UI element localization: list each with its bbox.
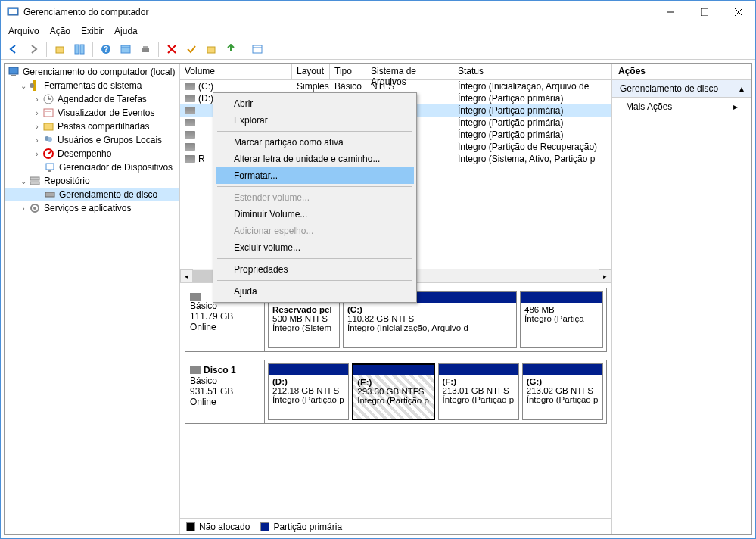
disk-1-info[interactable]: Disco 1 Básico 931.51 GB Online: [185, 360, 265, 423]
back-button[interactable]: [5, 41, 22, 58]
actions-more[interactable]: Mais Ações ▸: [612, 98, 751, 116]
partition-g[interactable]: (G:) 213.02 GB NTFS Íntegro (Partição p: [522, 363, 603, 420]
tree-disk-management[interactable]: Gerenciamento de disco: [5, 188, 179, 201]
col-layout[interactable]: Layout: [292, 64, 330, 79]
undo-icon[interactable]: [203, 41, 219, 58]
minimize-button[interactable]: [653, 1, 687, 23]
toolbar: ?: [1, 39, 755, 60]
menu-exibir[interactable]: Exibir: [81, 26, 104, 36]
partition-f[interactable]: (F:) 213.01 GB NTFS Íntegro (Partição p: [438, 363, 519, 420]
expander-icon[interactable]: ⌄: [18, 82, 29, 90]
ctx-explore[interactable]: Explorar: [216, 112, 414, 129]
tree-services[interactable]: › Serviços e aplicativos: [5, 201, 179, 215]
expander-icon[interactable]: ›: [32, 109, 42, 117]
disk-icon: [185, 143, 195, 151]
ctx-mirror[interactable]: Adicionar espelho...: [216, 223, 414, 239]
delete-icon[interactable]: [163, 41, 180, 58]
tree-shared-folders[interactable]: › Pastas compartilhadas: [5, 120, 179, 133]
part-status: Íntegro (Partiçã: [524, 314, 599, 323]
expander-icon[interactable]: ›: [18, 204, 29, 213]
tree-task-scheduler[interactable]: › Agendador de Tarefas: [5, 92, 179, 106]
menu-arquivo[interactable]: Arquivo: [8, 26, 39, 36]
tree-systools[interactable]: ⌄ Ferramentas do sistema: [5, 79, 179, 92]
disk-state: Online: [190, 397, 260, 407]
properties-icon[interactable]: [249, 41, 266, 58]
tools-icon: [29, 79, 41, 92]
vol-name: (C:): [198, 81, 213, 92]
expander-icon[interactable]: ›: [32, 95, 42, 104]
list-button[interactable]: [117, 41, 134, 58]
tree-root[interactable]: Gerenciamento do computador (local): [5, 65, 179, 79]
scroll-right-icon[interactable]: ▸: [599, 270, 611, 282]
vol-type: Básico: [330, 81, 366, 92]
ctx-mark-active[interactable]: Marcar partição como ativa: [216, 134, 414, 151]
col-filesystem[interactable]: Sistema de Arquivos: [366, 64, 453, 79]
tree-event-viewer[interactable]: › Visualizador de Eventos: [5, 106, 179, 120]
main-area: Volume Layout Tipo Sistema de Arquivos S…: [180, 64, 611, 534]
expander-icon[interactable]: ›: [32, 150, 42, 158]
tree-label: Desempenho: [58, 148, 111, 159]
close-button[interactable]: [721, 1, 755, 23]
tree-device-manager[interactable]: Gerenciador de Dispositivos: [5, 160, 179, 174]
menu-ajuda[interactable]: Ajuda: [114, 26, 138, 36]
vol-status: Íntegro (Inicialização, Arquivo de: [453, 81, 611, 92]
tree-users-groups[interactable]: › Usuários e Grupos Locais: [5, 133, 179, 147]
tree-label: Usuários e Grupos Locais: [58, 135, 162, 145]
check-icon[interactable]: [183, 41, 200, 58]
ctx-help[interactable]: Ajuda: [216, 283, 414, 300]
tree-label: Gerenciador de Dispositivos: [59, 162, 173, 173]
action-icon[interactable]: [222, 41, 239, 58]
forward-button[interactable]: [25, 41, 42, 58]
scroll-left-icon[interactable]: ◂: [180, 270, 193, 282]
expander-icon[interactable]: ›: [32, 136, 42, 145]
col-status[interactable]: Status: [453, 64, 611, 79]
part-size: 213.02 GB NTFS: [527, 386, 599, 395]
svg-point-31: [48, 137, 52, 142]
tree-panel[interactable]: Gerenciamento do computador (local) ⌄ Fe…: [5, 64, 180, 534]
up-button[interactable]: [51, 41, 68, 58]
col-volume[interactable]: Volume: [180, 64, 292, 79]
tree-label: Visualizador de Eventos: [58, 107, 155, 118]
partition-e[interactable]: (E:) 293.30 GB NTFS Íntegro (Partição p: [352, 363, 434, 420]
expander-icon[interactable]: ›: [32, 123, 42, 131]
vol-status: Íntegro (Partição primária): [453, 105, 611, 116]
svg-rect-14: [143, 46, 148, 48]
expander-icon[interactable]: ⌄: [18, 177, 29, 185]
ctx-shrink[interactable]: Diminuir Volume...: [216, 206, 414, 223]
ctx-extend[interactable]: Estender volume...: [216, 189, 414, 206]
ctx-format[interactable]: Formatar...: [216, 167, 414, 184]
svg-rect-7: [75, 45, 79, 54]
show-hide-button[interactable]: [71, 41, 88, 58]
part-status: Íntegro (Partição p: [527, 395, 599, 404]
menu-acao[interactable]: Ação: [50, 26, 70, 36]
menubar: Arquivo Ação Exibir Ajuda: [1, 23, 755, 39]
svg-rect-6: [56, 47, 64, 53]
svg-rect-37: [30, 182, 39, 185]
svg-text:?: ?: [104, 45, 108, 54]
volume-row[interactable]: (C:)SimplesBásicoNTFSÍntegro (Inicializa…: [180, 80, 611, 92]
part-name: (G:): [527, 377, 599, 386]
ctx-open[interactable]: Abrir: [216, 95, 414, 112]
col-type[interactable]: Tipo: [330, 64, 366, 79]
partition-d[interactable]: (D:) 212.18 GB NTFS Íntegro (Partição p: [268, 363, 349, 420]
maximize-button[interactable]: [687, 1, 721, 23]
actions-group-label: Gerenciamento de disco: [620, 83, 718, 94]
disk-icon: [185, 155, 195, 163]
refresh-button[interactable]: [137, 41, 154, 58]
legend-primary: Partição primária: [260, 522, 342, 532]
svg-rect-17: [207, 47, 215, 53]
window-title: Gerenciamento do computador: [23, 7, 653, 17]
partition-recovery[interactable]: 486 MB Íntegro (Partiçã: [520, 291, 603, 348]
ctx-change-letter[interactable]: Alterar letra de unidade e caminho...: [216, 151, 414, 167]
window-controls: [653, 1, 755, 23]
disk-capacity: 931.51 GB: [190, 386, 260, 397]
ctx-delete[interactable]: Excluir volume...: [216, 239, 414, 256]
ctx-properties[interactable]: Propriedades: [216, 261, 414, 278]
actions-group-disk[interactable]: Gerenciamento de disco ▴: [612, 80, 751, 98]
tree-performance[interactable]: › Desempenho: [5, 147, 179, 160]
help-button[interactable]: ?: [98, 41, 114, 58]
disk-capacity: 111.79 GB: [190, 311, 260, 322]
vol-name: (D:): [198, 93, 213, 104]
tree-storage[interactable]: ⌄ Repositório: [5, 174, 179, 188]
part-name: (C:): [347, 305, 512, 314]
